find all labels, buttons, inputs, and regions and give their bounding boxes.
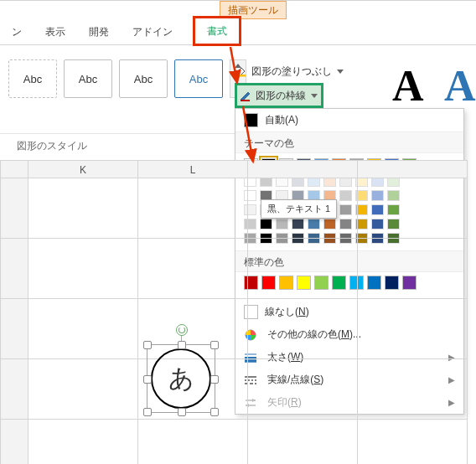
- cell[interactable]: [358, 178, 468, 239]
- shape-fill-button[interactable]: 図形の塗りつぶし: [235, 61, 344, 81]
- black-swatch-icon: [244, 113, 258, 127]
- cell[interactable]: [28, 299, 138, 359]
- pen-outline-icon: [239, 89, 252, 102]
- resize-handle[interactable]: [143, 408, 152, 416]
- selected-shape[interactable]: あ: [147, 344, 215, 413]
- cell[interactable]: [138, 239, 248, 299]
- cell[interactable]: [28, 239, 138, 299]
- resize-handle[interactable]: [210, 375, 219, 384]
- shape-style-preset[interactable]: Abc: [64, 59, 112, 98]
- resize-handle[interactable]: [143, 341, 152, 349]
- cell[interactable]: [248, 299, 358, 359]
- cell[interactable]: [358, 420, 468, 464]
- cell[interactable]: [358, 239, 468, 299]
- resize-handle[interactable]: [178, 408, 186, 416]
- column-header[interactable]: L: [138, 160, 248, 178]
- shape-style-preset[interactable]: Abc: [119, 59, 168, 98]
- cell[interactable]: [138, 420, 248, 464]
- svg-rect-1: [241, 100, 250, 101]
- cell[interactable]: [248, 420, 358, 464]
- ribbon-tabs: ン 表示 開発 アドイン 書式: [0, 19, 476, 45]
- cell[interactable]: [248, 239, 358, 299]
- paint-bucket-icon: [235, 64, 248, 78]
- shape-style-gallery: Abc Abc Abc Abc ▾: [8, 59, 246, 98]
- automatic-color-item[interactable]: 自動(A): [235, 109, 463, 131]
- tab-addins[interactable]: アドイン: [121, 19, 184, 44]
- shape-style-preset[interactable]: Abc: [174, 59, 223, 98]
- shape-style-preset[interactable]: Abc: [8, 59, 57, 98]
- circle-shape[interactable]: あ: [151, 348, 211, 409]
- wordart-style-preset[interactable]: A: [444, 61, 476, 111]
- shape-outline-label: 図形の枠線: [256, 89, 306, 103]
- cell[interactable]: [28, 178, 138, 239]
- cell[interactable]: [28, 420, 138, 464]
- rotate-handle[interactable]: [176, 324, 188, 336]
- cell[interactable]: [138, 178, 248, 239]
- column-header[interactable]: [358, 160, 468, 178]
- row-header[interactable]: [0, 359, 28, 420]
- shape-styles-group-label: 図形のスタイル: [17, 139, 87, 153]
- cell[interactable]: [358, 359, 468, 420]
- row-header[interactable]: [0, 239, 28, 299]
- wordart-style-preset[interactable]: A: [392, 61, 424, 111]
- shape-fill-label: 図形の塗りつぶし: [251, 64, 332, 79]
- resize-handle[interactable]: [178, 341, 186, 349]
- tab-view[interactable]: 表示: [34, 19, 77, 44]
- dropdown-icon: [311, 94, 318, 98]
- resize-handle[interactable]: [143, 375, 152, 384]
- worksheet-grid: K L: [0, 160, 476, 464]
- cell[interactable]: [28, 359, 138, 420]
- select-all-corner[interactable]: [0, 160, 28, 178]
- svg-rect-0: [237, 75, 246, 77]
- row-header[interactable]: [0, 299, 28, 359]
- row-header[interactable]: [0, 420, 28, 464]
- column-header[interactable]: K: [28, 160, 138, 178]
- tab-fragment[interactable]: ン: [0, 19, 34, 44]
- tab-format[interactable]: 書式: [193, 16, 241, 46]
- resize-handle[interactable]: [210, 408, 219, 416]
- dropdown-icon: [337, 70, 344, 74]
- theme-colors-header: テーマの色: [235, 131, 463, 153]
- row-header[interactable]: [0, 178, 28, 239]
- tab-developer[interactable]: 開発: [77, 19, 121, 44]
- cell[interactable]: [358, 299, 468, 359]
- color-tooltip: 黒、テキスト 1: [261, 199, 337, 219]
- column-header[interactable]: [248, 160, 358, 178]
- cell[interactable]: [248, 359, 358, 420]
- resize-handle[interactable]: [210, 341, 219, 349]
- shape-outline-button[interactable]: 図形の枠線: [235, 83, 323, 108]
